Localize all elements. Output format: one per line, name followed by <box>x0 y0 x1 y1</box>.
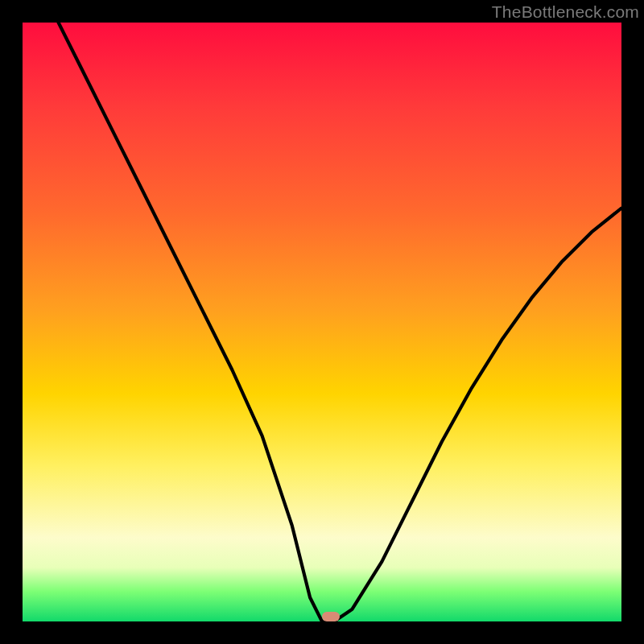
bottleneck-curve <box>59 23 621 621</box>
min-marker <box>322 612 340 621</box>
chart-svg <box>23 23 621 621</box>
chart-frame: TheBottleneck.com <box>0 0 644 644</box>
plot-area <box>23 23 621 621</box>
watermark-label: TheBottleneck.com <box>492 2 639 22</box>
